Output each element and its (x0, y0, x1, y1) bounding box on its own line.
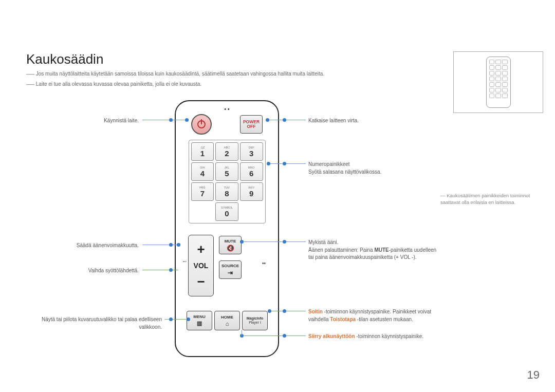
callout-keypad: Numeropainikkeet Syötä salasana näyttöva… (308, 161, 437, 176)
mute-label: MUTE (225, 239, 236, 244)
braille-dots-right: •• (262, 260, 266, 266)
leader-dot (283, 309, 286, 313)
volume-down-icon: − (197, 274, 205, 290)
bottom-button-row: MENU ▥ HOME ⌂ MagicInfo Player I (187, 311, 268, 330)
callout-power-on: Käynnistä laite. (36, 117, 139, 125)
home-icon: ⌂ (226, 321, 229, 327)
leader-dot (169, 318, 173, 321)
note-line-1: ― Jos muita näyttölaitteita käytetään sa… (26, 71, 324, 77)
leader-line (142, 120, 187, 120)
player-label: Player I (249, 321, 261, 325)
page-title: Kaukosäädin (26, 51, 103, 67)
page-number: 19 (527, 368, 540, 382)
leader-line (142, 245, 178, 245)
key-1: .QZ1 (191, 142, 214, 161)
leader-dot (266, 118, 269, 122)
volume-rocker: + VOL − (188, 235, 214, 296)
ir-dot-icon: • • (225, 106, 230, 112)
dash-icon: ― (26, 80, 34, 88)
callout-source: Vaihda syöttölähdettä. (36, 267, 139, 275)
leader-dot (169, 118, 173, 122)
leader-dot (283, 162, 286, 165)
leader-dot (283, 118, 286, 122)
dash-icon: ― (26, 69, 34, 78)
menu-label: MENU (193, 314, 206, 319)
leader-dot (169, 268, 173, 272)
callout-mute: Mykistä ääni. Äänen palauttaminen: Paina… (308, 239, 437, 262)
leader-line (165, 319, 188, 320)
leader-dot (187, 318, 190, 321)
leader-line (242, 335, 306, 336)
sidebar-thumbnail (453, 51, 543, 113)
magicinfo-button: MagicInfo Player I (242, 311, 268, 330)
home-button: HOME ⌂ (214, 311, 240, 330)
power-button (191, 114, 212, 135)
key-9: WXY9 (240, 182, 263, 201)
leader-line (267, 120, 306, 120)
power-off-button: POWER OFF (240, 115, 263, 134)
key-7: PRS7 (191, 182, 214, 201)
leader-dot (240, 240, 244, 244)
key-3: DEF3 (240, 142, 263, 161)
leader-line (142, 270, 178, 270)
source-icon: ⇥ (228, 269, 233, 276)
menu-icon: ▥ (197, 320, 202, 327)
braille-dots-left: ⠇ (181, 260, 187, 264)
leader-line (242, 241, 306, 242)
source-label: SOURCE (221, 264, 239, 268)
note-1-text: Jos muita näyttölaitteita käytetään samo… (36, 71, 324, 77)
key-6: MNO6 (240, 162, 263, 181)
volume-up-icon: + (197, 241, 205, 257)
note-2-text: Laite ei tue alla olevassa kuvassa oleva… (36, 81, 201, 87)
key-8: TUV8 (215, 182, 238, 201)
mute-button: MUTE 🔇 (219, 236, 242, 254)
power-off-label-b: OFF (247, 124, 256, 129)
key-4: GHI4 (191, 162, 214, 181)
leader-dot (177, 243, 180, 247)
leader-dot (185, 118, 189, 122)
leader-dot (169, 243, 173, 247)
leader-dot (267, 162, 270, 165)
home-label: HOME (221, 315, 233, 320)
power-icon (197, 120, 206, 128)
key-5: JKL5 (215, 162, 238, 181)
note-line-2: ― Laite ei tue alla olevassa kuvassa ole… (26, 81, 201, 87)
magicinfo-label: MagicInfo (247, 316, 264, 321)
callout-home: Siirry alkunäyttöön -toiminnon käynnisty… (308, 333, 437, 341)
leader-dot (283, 334, 286, 338)
callout-power-off: Katkaise laitteen virta. (308, 117, 437, 125)
leader-line (268, 163, 306, 164)
leader-dot (283, 240, 286, 244)
mini-remote-icon (486, 57, 511, 108)
leader-line (269, 311, 306, 311)
leader-dot (268, 309, 271, 313)
callout-menu: Näytä tai piilota kuvaruutuvalikko tai p… (36, 316, 162, 331)
menu-button: MENU ▥ (187, 311, 212, 330)
sidebar-note: ― Kaukosäätimen painikkeiden toiminnot s… (440, 192, 543, 206)
leader-line (242, 330, 242, 335)
key-2: ABC2 (215, 142, 238, 161)
source-button: SOURCE ⇥ (219, 260, 242, 279)
callout-volume: Säädä äänenvoimakkuutta. (36, 242, 139, 250)
numeric-keypad: .QZ1 ABC2 DEF3 GHI4 JKL5 MNO6 PRS7 TUV8 … (189, 140, 266, 223)
callout-magicinfo: Soitin -toiminnon käynnistyspainike. Pai… (308, 308, 437, 323)
key-0: SYMBOL0 (215, 202, 238, 221)
volume-label: VOL (194, 262, 209, 270)
remote-diagram: • • POWER OFF .QZ1 ABC2 DEF3 GHI4 JKL5 M… (175, 100, 279, 357)
mute-icon: 🔇 (227, 245, 234, 252)
